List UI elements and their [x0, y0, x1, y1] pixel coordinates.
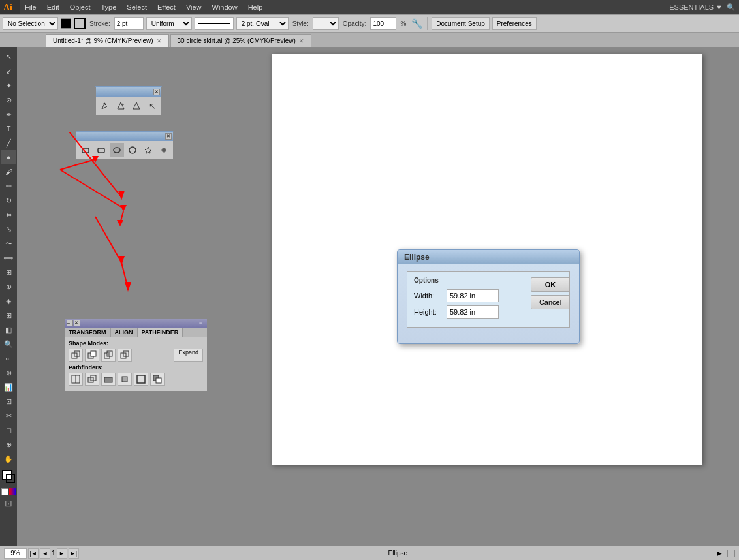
pf-tab-pathfinder[interactable]: PATHFINDER — [138, 328, 183, 337]
tab-untitled-close[interactable]: ✕ — [157, 38, 162, 44]
tool-paintbrush[interactable]: 🖌 — [1, 164, 16, 179]
pen-tools-titlebar[interactable]: ✕ — [96, 87, 161, 97]
stroke-box[interactable] — [6, 474, 15, 483]
trim-btn[interactable] — [85, 373, 99, 386]
flare-tool[interactable] — [157, 143, 171, 157]
tool-symbol[interactable]: ⊛ — [1, 366, 16, 380]
ellipse-tool[interactable] — [110, 143, 124, 157]
next-page-btn[interactable]: ►| — [69, 548, 79, 559]
tool-scale[interactable]: ⤡ — [1, 222, 16, 236]
pf-tab-transform[interactable]: TRANSFORM — [65, 328, 111, 337]
convert-anchor-tool[interactable]: ↖ — [145, 99, 159, 113]
tool-shape-builder[interactable]: ⊕ — [1, 279, 16, 294]
tool-warp[interactable]: 〜 — [1, 236, 16, 251]
tool-width[interactable]: ⟺ — [1, 251, 16, 265]
status-arrow-icon[interactable]: ▶ — [717, 550, 722, 557]
tool-magic-wand[interactable]: ✦ — [1, 78, 16, 93]
pf-tab-align[interactable]: ALIGN — [111, 328, 138, 337]
prev-btn[interactable]: ◄ — [40, 548, 50, 559]
pathfinder-titlebar[interactable]: – ✕ ≡ — [65, 319, 207, 328]
tool-ellipse[interactable]: ● — [1, 150, 16, 164]
outline-btn[interactable] — [134, 373, 148, 386]
cancel-button[interactable]: Cancel — [531, 295, 570, 309]
gradient-icon[interactable] — [9, 488, 16, 495]
ok-button[interactable]: OK — [531, 277, 570, 292]
stroke-color-swatch[interactable] — [74, 18, 86, 29]
rectangle-tool[interactable] — [78, 143, 93, 157]
tool-artboard[interactable]: ⊡ — [1, 394, 16, 409]
menu-effect[interactable]: Effect — [152, 0, 181, 14]
stroke-style-dropdown[interactable]: 2 pt. Oval — [236, 17, 289, 30]
none-icon[interactable] — [1, 488, 8, 495]
tool-hand[interactable]: ✋ — [1, 452, 16, 466]
pf-collapse[interactable]: – — [67, 320, 73, 326]
add-anchor-tool[interactable]: + — [114, 99, 128, 113]
tool-eraser[interactable]: ◻ — [1, 423, 16, 437]
tool-column-graph[interactable]: 📊 — [1, 380, 16, 394]
prev-page-btn[interactable]: |◄ — [28, 548, 39, 559]
zoom-input[interactable] — [4, 548, 27, 559]
pen-tools-close[interactable]: ✕ — [153, 89, 160, 95]
menu-view[interactable]: View — [181, 0, 207, 14]
tool-rotate[interactable]: ↻ — [1, 193, 16, 208]
tool-perspective[interactable]: ◈ — [1, 294, 16, 308]
tab-circle-skirt-close[interactable]: ✕ — [299, 38, 304, 44]
tool-select[interactable]: ↖ — [1, 50, 16, 64]
menu-help[interactable]: Help — [243, 0, 268, 14]
canvas-area[interactable]: ✕ + - ↖ ✕ — [17, 47, 739, 546]
shape-tools-titlebar[interactable]: ✕ — [76, 132, 173, 141]
width-input[interactable] — [447, 289, 499, 302]
polygon-tool[interactable] — [125, 143, 140, 157]
height-input[interactable] — [447, 305, 499, 319]
screen-mode-icon[interactable]: ⊡ — [5, 498, 12, 508]
exclude-shape-btn[interactable] — [118, 349, 132, 362]
stroke-value-input[interactable] — [114, 17, 144, 30]
selection-dropdown[interactable]: No Selection — [3, 17, 58, 30]
tool-pen[interactable]: ✒ — [1, 107, 16, 121]
preferences-button[interactable]: Preferences — [492, 17, 537, 30]
tool-mesh[interactable]: ⊞ — [1, 308, 16, 322]
fill-color-swatch[interactable] — [61, 18, 71, 29]
stroke-type-dropdown[interactable]: Uniform — [146, 17, 192, 30]
menu-type[interactable]: Type — [96, 0, 122, 14]
pf-close[interactable]: ✕ — [74, 320, 80, 326]
divide-btn[interactable] — [69, 373, 83, 386]
tab-circle-skirt[interactable]: 30 circle skirt.ai @ 25% (CMYK/Preview) … — [170, 34, 311, 47]
tool-direct-select[interactable]: ↙ — [1, 64, 16, 78]
star-tool[interactable] — [141, 143, 155, 157]
tool-gradient[interactable]: ◧ — [1, 322, 16, 337]
shape-tools-close[interactable]: ✕ — [165, 133, 172, 140]
tool-free-transform[interactable]: ⊞ — [1, 265, 16, 279]
minus-back-btn[interactable] — [150, 373, 165, 386]
tool-line[interactable]: ╱ — [1, 136, 16, 150]
tool-eyedropper[interactable]: 🔍 — [1, 337, 16, 351]
tool-type[interactable]: T — [1, 121, 16, 136]
essentials-search-icon[interactable]: 🔍 — [727, 3, 736, 12]
crop-btn[interactable] — [118, 373, 132, 386]
menu-window[interactable]: Window — [207, 0, 243, 14]
delete-anchor-tool[interactable]: - — [129, 99, 144, 113]
menu-select[interactable]: Select — [121, 0, 152, 14]
menu-file[interactable]: File — [20, 0, 42, 14]
next-btn[interactable]: ► — [57, 548, 67, 559]
tab-untitled[interactable]: Untitled-1* @ 9% (CMYK/Preview) ✕ — [46, 34, 169, 47]
menu-edit[interactable]: Edit — [42, 0, 65, 14]
pen-tool[interactable] — [98, 99, 112, 113]
add-shape-btn[interactable] — [69, 349, 83, 362]
expand-button[interactable]: Expand — [174, 349, 203, 362]
subtract-shape-btn[interactable] — [85, 349, 99, 362]
opacity-value-input[interactable] — [370, 17, 396, 30]
tool-zoom[interactable]: ⊕ — [1, 437, 16, 452]
essentials-area[interactable]: ESSENTIALS ▼ 🔍 — [669, 3, 739, 12]
rounded-rect-tool[interactable] — [94, 143, 108, 157]
merge-btn[interactable] — [101, 373, 116, 386]
tool-pencil[interactable]: ✏ — [1, 179, 16, 193]
menu-object[interactable]: Object — [65, 0, 96, 14]
tool-slice[interactable]: ✂ — [1, 409, 16, 423]
pf-menu-icon[interactable]: ≡ — [199, 320, 202, 326]
intersect-shape-btn[interactable] — [101, 349, 116, 362]
tool-blend[interactable]: ∞ — [1, 351, 16, 366]
tool-mirror[interactable]: ⇔ — [1, 208, 16, 222]
document-setup-button[interactable]: Document Setup — [432, 17, 490, 30]
style-dropdown[interactable] — [313, 17, 339, 30]
